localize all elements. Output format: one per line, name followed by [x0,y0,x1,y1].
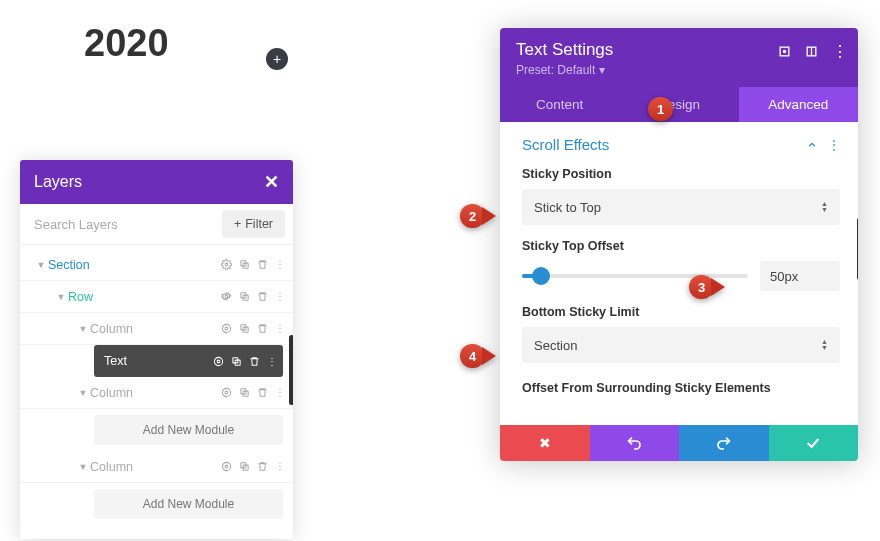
tree-label: Column [90,460,221,474]
field-label-sticky-position: Sticky Position [522,167,840,181]
tree-label: Section [48,258,221,272]
redo-button[interactable] [679,425,769,461]
callout-badge: 1 [648,97,673,121]
layers-header: Layers ✕ [20,160,293,204]
copy-icon[interactable] [239,387,250,398]
add-module-round-button[interactable]: + [266,48,288,70]
add-module-button[interactable]: Add New Module [94,415,283,445]
slider-thumb[interactable] [532,267,550,285]
text-settings-panel: Text Settings Preset: Default ▾ ⋮ Conten… [500,28,858,461]
trash-icon[interactable] [257,461,268,472]
footer-actions: ✖ [500,425,858,461]
tree-label: Row [68,290,221,304]
more-icon[interactable]: ⋮ [832,42,848,61]
svg-point-14 [225,391,228,394]
copy-icon[interactable] [239,291,250,302]
chevron-down-icon[interactable]: ▼ [76,324,90,334]
tab-design[interactable]: Design [619,87,738,122]
scrollbar[interactable] [289,335,293,405]
chevron-down-icon[interactable]: ▼ [34,260,48,270]
check-icon [805,435,821,451]
gear-icon[interactable] [221,387,232,398]
trash-icon[interactable] [257,323,268,334]
arrow-right-icon [711,278,725,296]
more-icon[interactable]: ⋮ [275,259,285,270]
row-actions: ⋮ [221,259,285,270]
select-arrows-icon: ▲▼ [821,339,828,351]
tab-advanced[interactable]: Advanced [739,87,858,122]
trash-icon[interactable] [257,387,268,398]
fullscreen-icon[interactable] [778,45,791,58]
row-actions: ⋮ [221,323,285,334]
section-scroll-effects[interactable]: Scroll Effects ⋮ [522,136,840,153]
gear-icon[interactable] [221,461,232,472]
undo-icon [626,435,642,451]
tree-row-column[interactable]: ▼ Column ⋮ [20,451,293,483]
scrollbar[interactable] [857,218,858,280]
more-icon[interactable]: ⋮ [828,138,840,152]
tree-row-column[interactable]: ▼ Column ⋮ [20,377,293,409]
settings-header: Text Settings Preset: Default ▾ ⋮ [500,28,858,87]
tree-row-text-module[interactable]: Text ⋮ [94,345,283,377]
tree-row-section[interactable]: ▼ Section ⋮ [20,249,293,281]
close-icon[interactable]: ✕ [264,171,279,193]
field-label-offset-from: Offset From Surrounding Sticky Elements [522,379,840,397]
copy-icon[interactable] [239,259,250,270]
cancel-button[interactable]: ✖ [500,425,590,461]
field-label-sticky-offset: Sticky Top Offset [522,239,840,253]
copy-icon[interactable] [231,356,242,367]
add-module-button[interactable]: Add New Module [94,489,283,519]
row-actions: ⋮ [213,356,277,367]
svg-point-11 [214,357,222,365]
sticky-position-select[interactable]: Stick to Top ▲▼ [522,189,840,225]
gear-icon[interactable] [221,291,232,302]
chevron-up-icon[interactable] [806,140,818,150]
filter-button[interactable]: + Filter [222,210,285,238]
trash-icon[interactable] [257,259,268,270]
tab-content[interactable]: Content [500,87,619,122]
trash-icon[interactable] [257,291,268,302]
close-icon: ✖ [539,435,551,451]
svg-point-6 [225,327,228,330]
bottom-limit-select[interactable]: Section ▲▼ [522,327,840,363]
search-input[interactable] [20,204,222,244]
field-label-bottom-limit: Bottom Sticky Limit [522,305,840,319]
chevron-down-icon[interactable]: ▼ [54,292,68,302]
copy-icon[interactable] [239,461,250,472]
save-button[interactable] [769,425,859,461]
offset-value-input[interactable]: 50px [760,261,840,291]
gear-icon[interactable] [221,259,232,270]
tree-row-row[interactable]: ▼ Row ⋮ [20,281,293,313]
gear-icon[interactable] [221,323,232,334]
chevron-down-icon[interactable]: ▼ [76,388,90,398]
trash-icon[interactable] [249,356,260,367]
more-icon[interactable]: ⋮ [275,461,285,472]
snap-icon[interactable] [805,45,818,58]
undo-button[interactable] [590,425,680,461]
row-actions: ⋮ [221,291,285,302]
more-icon[interactable]: ⋮ [275,387,285,398]
sticky-offset-slider-row: 50px [522,261,840,291]
gear-icon[interactable] [213,356,224,367]
preset-dropdown[interactable]: Preset: Default ▾ [516,63,842,77]
select-value: Section [534,338,577,353]
select-value: Stick to Top [534,200,601,215]
copy-icon[interactable] [239,323,250,334]
layers-search-row: + Filter [20,204,293,245]
section-actions: ⋮ [806,138,840,152]
more-icon[interactable]: ⋮ [275,291,285,302]
row-actions: ⋮ [221,387,285,398]
filter-label: Filter [245,217,273,231]
more-icon[interactable]: ⋮ [275,323,285,334]
svg-point-0 [225,263,228,266]
svg-point-23 [783,50,785,52]
tree-label: Text [104,354,213,368]
settings-body: Scroll Effects ⋮ Sticky Position Stick t… [500,122,858,425]
tree-row-column[interactable]: ▼ Column ⋮ [20,313,293,345]
row-actions: ⋮ [221,461,285,472]
plus-icon: + [234,217,241,231]
chevron-down-icon[interactable]: ▼ [76,462,90,472]
select-arrows-icon: ▲▼ [821,201,828,213]
settings-tabs: Content Design Advanced [500,87,858,122]
more-icon[interactable]: ⋮ [267,356,277,367]
